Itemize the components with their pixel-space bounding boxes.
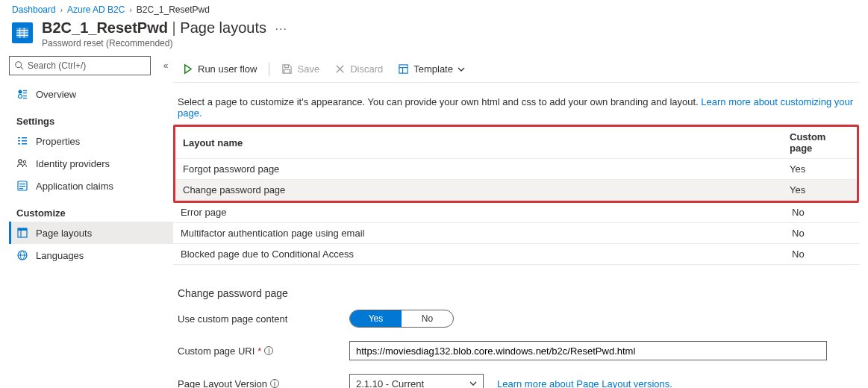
sidebar-item-label: Overview [36, 89, 76, 100]
svg-rect-8 [23, 98, 27, 98]
svg-point-1 [16, 62, 22, 68]
use-custom-page-label: Use custom page content [178, 313, 349, 325]
svg-rect-4 [23, 90, 27, 91]
collapse-sidebar-button[interactable]: « [158, 58, 173, 73]
svg-point-16 [23, 160, 26, 163]
save-icon [281, 63, 293, 75]
col-custom-page: Custom page [782, 127, 857, 159]
required-indicator: * [257, 345, 261, 357]
custom-page-uri-label: Custom page URI * i [178, 345, 349, 357]
user-flow-icon [12, 22, 33, 43]
run-user-flow-button[interactable]: Run user flow [176, 59, 263, 80]
search-icon [14, 60, 25, 71]
table-row[interactable]: Multifactor authentication page using em… [173, 223, 859, 244]
info-icon[interactable]: i [270, 379, 279, 388]
svg-rect-29 [399, 65, 408, 73]
svg-rect-19 [19, 186, 25, 187]
svg-rect-11 [18, 140, 20, 142]
highlighted-rows: Layout name Custom page Forgot password … [173, 125, 859, 203]
page-subtitle: Password reset (Recommended) [42, 38, 856, 48]
more-menu[interactable]: ··· [271, 22, 292, 35]
sidebar-item-properties[interactable]: Properties [9, 130, 173, 152]
overview-icon [16, 88, 28, 100]
sidebar-item-overview[interactable]: Overview [9, 83, 173, 105]
detail-panel: Change password page Use custom page con… [173, 265, 859, 388]
svg-point-6 [19, 95, 22, 98]
sidebar-item-identity-providers[interactable]: Identity providers [9, 152, 173, 175]
chevron-double-left-icon: « [163, 60, 169, 71]
sidebar: Search (Ctrl+/) « Overview Settings Prop… [0, 56, 173, 281]
svg-rect-9 [18, 137, 20, 139]
discard-icon [334, 63, 346, 75]
custom-page-uri-input[interactable] [349, 341, 827, 360]
breadcrumb: Dashboard › Azure AD B2C › B2C_1_ResetPw… [0, 0, 868, 18]
svg-rect-10 [22, 137, 27, 139]
sidebar-item-label: Identity providers [36, 158, 110, 169]
search-input[interactable]: Search (Ctrl+/) [9, 56, 151, 75]
identity-providers-icon [16, 157, 28, 169]
svg-point-15 [19, 160, 22, 163]
svg-line-2 [21, 67, 24, 70]
sidebar-section-settings: Settings [9, 105, 173, 130]
sidebar-item-label: Page layouts [36, 228, 92, 239]
languages-icon [16, 249, 28, 261]
sidebar-item-page-layouts[interactable]: Page layouts [9, 222, 173, 244]
toolbar-separator [269, 63, 269, 76]
svg-rect-5 [23, 93, 27, 93]
info-icon[interactable]: i [264, 346, 273, 355]
sidebar-item-label: Application claims [36, 181, 113, 192]
col-layout-name: Layout name [175, 127, 782, 159]
page-title: B2C_1_ResetPwd | Page layouts [42, 19, 271, 36]
svg-rect-14 [22, 143, 27, 145]
sidebar-section-customize: Customize [9, 197, 173, 222]
chevron-down-icon [458, 66, 465, 73]
toggle-yes[interactable]: Yes [350, 310, 402, 327]
template-button[interactable]: Template [392, 59, 471, 80]
sidebar-item-languages[interactable]: Languages [9, 244, 173, 266]
use-custom-page-toggle[interactable]: Yes No [349, 310, 454, 328]
breadcrumb-azure-ad-b2c[interactable]: Azure AD B2C [67, 4, 125, 15]
learn-more-versions-link[interactable]: Learn more about Page Layout versions. [497, 378, 672, 389]
template-icon [398, 63, 409, 75]
table-row[interactable]: Change password page Yes [175, 180, 857, 201]
svg-rect-22 [18, 228, 27, 231]
svg-point-3 [19, 90, 22, 94]
application-claims-icon [16, 180, 28, 192]
chevron-down-icon [469, 380, 477, 387]
page-layout-version-label: Page Layout Version i [178, 378, 349, 389]
svg-rect-7 [23, 96, 27, 96]
page-layout-version-select[interactable]: 2.1.10 - Current [349, 374, 484, 388]
svg-rect-13 [18, 143, 20, 145]
svg-rect-18 [19, 184, 25, 184]
toggle-no[interactable]: No [402, 310, 453, 327]
table-row[interactable]: Blocked page due to Conditional Access N… [173, 244, 859, 265]
toolbar: Run user flow Save Discard Template [173, 56, 859, 83]
svg-rect-20 [19, 188, 23, 189]
discard-button: Discard [328, 59, 389, 80]
save-button: Save [275, 59, 325, 80]
play-icon [182, 63, 193, 75]
detail-heading: Change password page [178, 287, 855, 299]
properties-icon [16, 135, 28, 147]
breadcrumb-current: B2C_1_ResetPwd [137, 4, 210, 15]
table-row[interactable]: Forgot password page Yes [175, 159, 857, 180]
sidebar-item-label: Properties [36, 136, 80, 147]
sidebar-item-application-claims[interactable]: Application claims [9, 175, 173, 197]
table-row[interactable]: Error page No [173, 202, 859, 223]
chevron-right-icon: › [60, 6, 63, 14]
page-layouts-icon [16, 227, 28, 239]
help-text: Select a page to customize it's appearan… [173, 83, 859, 125]
svg-rect-12 [22, 140, 27, 142]
sidebar-item-label: Languages [36, 250, 84, 261]
chevron-right-icon: › [129, 6, 131, 14]
breadcrumb-dashboard[interactable]: Dashboard [12, 4, 56, 15]
